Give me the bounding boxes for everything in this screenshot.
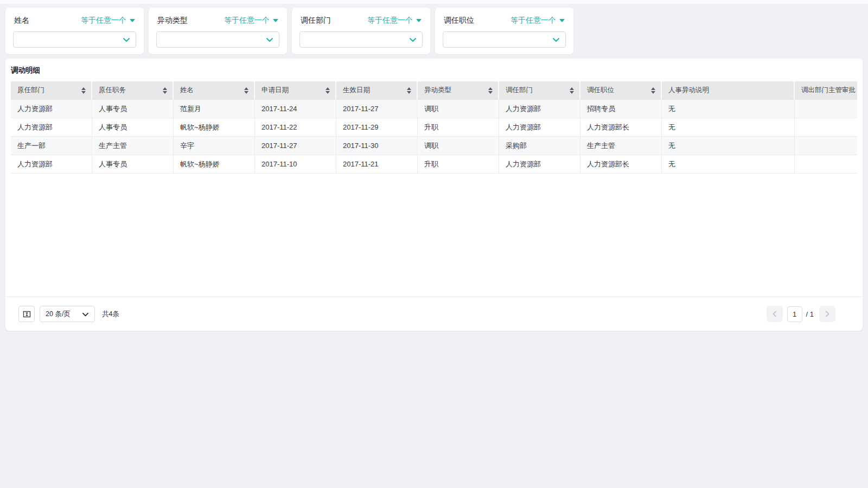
table-cell: 人力资源部 xyxy=(11,155,92,174)
filter-condition-dropdown[interactable]: 等于任意一个 xyxy=(224,16,278,25)
column-header-label: 异动类型 xyxy=(424,86,451,95)
filter-value-select[interactable] xyxy=(13,31,136,48)
filter-condition-dropdown[interactable]: 等于任意一个 xyxy=(367,16,422,25)
table-cell: 2017-11-27 xyxy=(255,137,336,155)
column-header-label: 调任部门 xyxy=(506,86,533,95)
filter-value-select[interactable] xyxy=(156,31,279,48)
table-cell: 调职 xyxy=(418,100,499,118)
table-row[interactable]: 人力资源部人事专员帆软~杨静娇2017-11-102017-11-21升职人力资… xyxy=(11,155,857,174)
filter-card-change-type: 异动类型 等于任意一个 xyxy=(149,8,287,54)
table-cell: 无 xyxy=(662,118,795,137)
filter-label: 调任职位 xyxy=(444,16,474,25)
filter-card-transfer-position: 调任职位 等于任意一个 xyxy=(435,8,573,54)
column-header-label: 调出部门主管审批 xyxy=(801,86,856,95)
current-page-input[interactable] xyxy=(787,306,802,322)
sort-icon[interactable] xyxy=(163,87,167,94)
table-container: 原任部门原任职务姓名申请日期生效日期异动类型调任部门调任职位人事异动说明调出部门… xyxy=(11,81,857,174)
table-cell: 2017-11-10 xyxy=(255,155,336,174)
column-header-label: 生效日期 xyxy=(343,86,370,95)
sort-icon[interactable] xyxy=(244,87,248,94)
table-cell: 人事专员 xyxy=(92,155,174,174)
filter-condition-label: 等于任意一个 xyxy=(367,16,413,25)
table-cell: 2017-11-21 xyxy=(336,155,418,174)
table-cell: 2017-11-29 xyxy=(336,118,418,137)
filter-card-name: 姓名 等于任意一个 xyxy=(5,8,144,54)
filter-card-transfer-department: 调任部门 等于任意一个 xyxy=(292,8,430,54)
table-cell: 帆软~杨静娇 xyxy=(174,155,255,174)
column-header[interactable]: 异动类型 xyxy=(418,81,499,100)
table-cell: 人事专员 xyxy=(92,100,174,118)
table-cell: 升职 xyxy=(418,155,499,174)
column-header-label: 调任职位 xyxy=(587,86,614,95)
column-header[interactable]: 生效日期 xyxy=(336,81,418,100)
table-row[interactable]: 生产一部生产主管辛宇2017-11-272017-11-30调职采购部生产主管无 xyxy=(11,137,857,155)
column-header[interactable]: 调任部门 xyxy=(499,81,580,100)
column-header-label: 原任职务 xyxy=(99,86,126,95)
filter-label: 调任部门 xyxy=(301,16,331,25)
filter-label: 异动类型 xyxy=(157,16,188,25)
sort-icon[interactable] xyxy=(326,87,330,94)
filter-label: 姓名 xyxy=(14,16,29,25)
caret-down-icon xyxy=(273,19,278,22)
sort-icon[interactable] xyxy=(407,87,411,94)
page-size-select[interactable]: 20 条/页 xyxy=(40,306,95,322)
table-cell xyxy=(795,118,857,137)
sort-icon[interactable] xyxy=(570,87,574,94)
filter-condition-dropdown[interactable]: 等于任意一个 xyxy=(510,16,565,25)
transfer-detail-panel: 调动明细 原任部门原任职务姓名申请日期生效日期异动类型调任部门调任职位人事异动说… xyxy=(5,59,863,331)
table-cell: 人力资源部 xyxy=(499,118,580,137)
table-cell: 无 xyxy=(662,100,795,118)
table-cell: 2017-11-30 xyxy=(336,137,418,155)
table-cell: 范新月 xyxy=(174,100,255,118)
prev-page-button[interactable] xyxy=(767,306,783,322)
sort-icon[interactable] xyxy=(81,87,86,94)
chevron-down-icon xyxy=(82,311,89,318)
table-cell: 生产一部 xyxy=(11,137,92,155)
table-cell: 无 xyxy=(662,155,795,174)
table-cell xyxy=(795,100,857,118)
table-cell: 人事专员 xyxy=(92,118,174,137)
table-cell: 生产主管 xyxy=(92,137,174,155)
sort-icon[interactable] xyxy=(488,87,493,94)
chevron-left-icon xyxy=(771,310,778,318)
table-cell: 人力资源部 xyxy=(11,118,92,137)
table-cell: 2017-11-22 xyxy=(255,118,336,137)
filter-condition-dropdown[interactable]: 等于任意一个 xyxy=(81,16,135,25)
table-row[interactable]: 人力资源部人事专员范新月2017-11-242017-11-27调职人力资源部招… xyxy=(11,100,857,118)
table-cell: 人力资源部 xyxy=(499,155,580,174)
transfer-table: 原任部门原任职务姓名申请日期生效日期异动类型调任部门调任职位人事异动说明调出部门… xyxy=(11,81,857,174)
caret-down-icon xyxy=(130,19,135,22)
table-cell: 帆软~杨静娇 xyxy=(174,118,255,137)
chevron-down-icon xyxy=(409,36,417,43)
table-cell: 人力资源部长 xyxy=(580,155,662,174)
column-header[interactable]: 姓名 xyxy=(174,81,255,100)
table-empty-area xyxy=(5,174,863,297)
column-header[interactable]: 调任职位 xyxy=(580,81,662,100)
page-info-icon xyxy=(23,310,31,318)
top-strip xyxy=(0,0,868,4)
next-page-button[interactable] xyxy=(819,306,835,322)
table-cell xyxy=(795,155,857,174)
column-header-label: 人事异动说明 xyxy=(668,86,709,95)
pagination-bar: 20 条/页 共4条 / 1 xyxy=(5,297,863,331)
column-header-label: 姓名 xyxy=(180,86,194,95)
table-cell: 人力资源部 xyxy=(499,100,580,118)
table-header-row: 原任部门原任职务姓名申请日期生效日期异动类型调任部门调任职位人事异动说明调出部门… xyxy=(11,81,857,100)
table-cell: 调职 xyxy=(418,137,499,155)
column-header[interactable]: 申请日期 xyxy=(255,81,336,100)
chevron-right-icon xyxy=(824,310,831,318)
column-header[interactable]: 原任职务 xyxy=(92,81,174,100)
table-cell: 采购部 xyxy=(499,137,580,155)
column-header[interactable]: 原任部门 xyxy=(11,81,92,100)
filter-value-select[interactable] xyxy=(299,31,423,48)
total-pages-label: / 1 xyxy=(806,310,814,318)
column-header-label: 申请日期 xyxy=(261,86,289,95)
pagination-display-button[interactable] xyxy=(18,306,35,322)
filter-condition-label: 等于任意一个 xyxy=(510,16,556,25)
table-row[interactable]: 人力资源部人事专员帆软~杨静娇2017-11-222017-11-29升职人力资… xyxy=(11,118,857,137)
filter-condition-label: 等于任意一个 xyxy=(81,16,126,25)
filter-bar: 姓名 等于任意一个 异动类型 等于任意一个 调任部门 等于任意一个 xyxy=(5,8,863,54)
table-cell: 生产主管 xyxy=(580,137,662,155)
sort-icon[interactable] xyxy=(651,87,655,94)
filter-value-select[interactable] xyxy=(443,31,566,48)
